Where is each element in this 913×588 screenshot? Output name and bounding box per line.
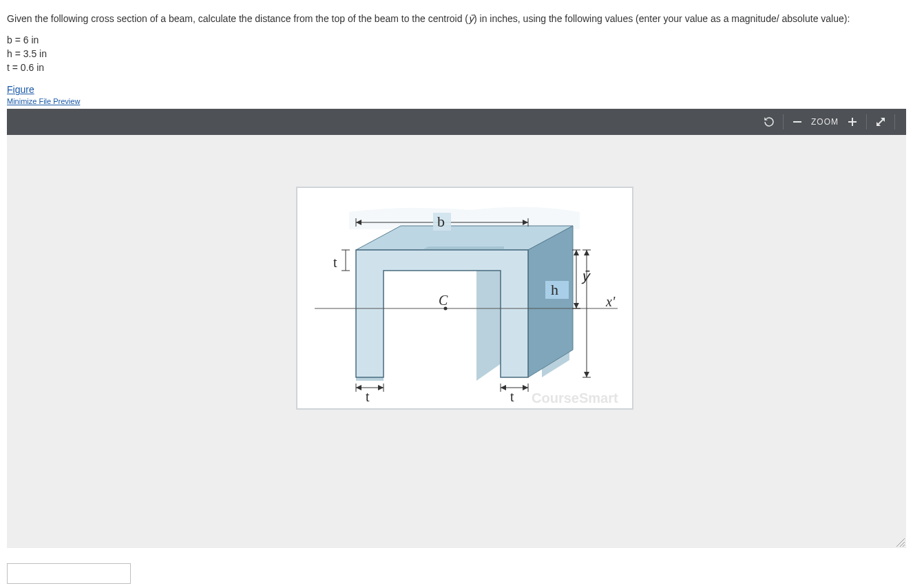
rotate-button[interactable] — [759, 112, 779, 132]
svg-marker-21 — [356, 385, 361, 390]
fullscreen-button[interactable] — [871, 112, 890, 132]
question-prompt-suffix: ) in inches, using the following values … — [474, 13, 850, 24]
plus-icon — [848, 117, 857, 127]
given-values: b = 6 in h = 3.5 in t = 0.6 in — [7, 33, 906, 75]
figure-centroid-label: C — [439, 293, 448, 308]
resize-handle-icon[interactable] — [895, 537, 905, 547]
svg-marker-26 — [501, 385, 506, 390]
question-ybar: ȳ — [468, 13, 474, 24]
given-b: b = 6 in — [7, 33, 906, 47]
svg-line-41 — [903, 545, 905, 547]
svg-marker-27 — [523, 385, 528, 390]
figure-image: x' C b t — [296, 187, 633, 410]
toolbar-separator — [894, 114, 895, 129]
zoom-label: ZOOM — [811, 117, 839, 127]
figure-dim-t-bottom-right: t — [510, 389, 514, 404]
figure-watermark: CourseSmart — [532, 390, 618, 406]
svg-rect-0 — [793, 121, 801, 123]
file-preview-panel: ZOOM — [7, 109, 906, 548]
zoom-in-button[interactable] — [843, 112, 862, 132]
svg-rect-2 — [852, 118, 853, 126]
preview-toolbar: ZOOM — [7, 109, 906, 135]
svg-marker-37 — [574, 250, 579, 255]
figure-dim-h: h — [551, 281, 558, 298]
minimize-file-preview-link[interactable]: Minimize File Preview — [7, 97, 80, 105]
given-t: t = 0.6 in — [7, 61, 906, 74]
figure-dim-t-top: t — [333, 255, 337, 270]
figure-link[interactable]: Figure — [7, 84, 34, 95]
figure-dim-b: b — [437, 213, 445, 230]
zoom-out-button[interactable] — [788, 112, 807, 132]
given-h: h = 3.5 in — [7, 47, 906, 61]
preview-canvas: x' C b t — [7, 135, 906, 548]
rotate-icon — [763, 116, 775, 128]
answer-input[interactable] — [7, 563, 131, 584]
figure-axis-x-label: x' — [605, 294, 616, 309]
question-prompt-prefix: Given the following cross section of a b… — [7, 13, 468, 24]
figure-dim-ybar: ȳ — [581, 269, 591, 284]
svg-marker-38 — [574, 303, 579, 308]
minus-icon — [793, 117, 802, 127]
svg-marker-22 — [378, 385, 384, 390]
figure-dim-t-bottom-left: t — [366, 389, 370, 404]
svg-marker-31 — [584, 250, 589, 255]
toolbar-separator — [866, 114, 867, 129]
question-prompt: Given the following cross section of a b… — [7, 12, 906, 26]
toolbar-separator — [783, 114, 784, 129]
svg-marker-32 — [584, 372, 589, 377]
expand-icon — [875, 116, 886, 127]
